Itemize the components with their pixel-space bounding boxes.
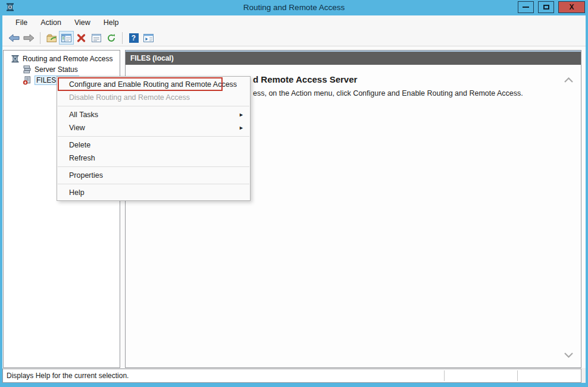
- maximize-button[interactable]: [538, 1, 554, 13]
- maximize-icon: [543, 5, 549, 10]
- context-menu-item-properties[interactable]: Properties: [57, 169, 250, 182]
- tree-item-server-status[interactable]: Server Status: [23, 64, 120, 75]
- details-pane-header: FILES (local): [126, 51, 581, 65]
- toolbar-separator: [122, 32, 123, 44]
- window-controls: X: [514, 1, 585, 13]
- menu-bar: File Action View Help: [2, 15, 586, 30]
- folder-export-icon: [46, 33, 57, 43]
- tree-root-label: Routing and Remote Access: [23, 55, 112, 63]
- help-icon: ?: [129, 33, 139, 43]
- submenu-arrow-icon: ►: [239, 108, 244, 121]
- close-button[interactable]: X: [558, 1, 585, 13]
- server-status-icon: [23, 65, 32, 74]
- window-title: Routing and Remote Access: [0, 3, 588, 12]
- delete-x-icon: [77, 34, 86, 42]
- properties-button[interactable]: [89, 31, 104, 45]
- status-bar: Displays Help for the current selection.: [2, 369, 581, 383]
- rras-console-window: { "colors": { "titlebar_blue": "#55b5e0"…: [0, 0, 588, 387]
- delete-button[interactable]: [74, 31, 89, 45]
- properties-icon: [92, 34, 101, 42]
- context-menu-item-disable-rras: Disable Routing and Remote Access: [57, 91, 250, 104]
- forward-icon: [23, 34, 35, 42]
- scroll-down-chevron-icon[interactable]: [564, 350, 574, 360]
- close-icon: X: [569, 3, 574, 11]
- forward-button[interactable]: [21, 31, 36, 45]
- show-hide-console-tree-button[interactable]: [59, 31, 74, 45]
- context-menu-item-all-tasks[interactable]: All Tasks ►: [57, 108, 250, 121]
- menu-file[interactable]: File: [9, 17, 34, 29]
- context-menu-item-view[interactable]: View ►: [57, 121, 250, 134]
- tree-item-label: Server Status: [35, 65, 78, 74]
- server-stopped-icon: [23, 76, 32, 85]
- context-menu-separator: [58, 184, 249, 184]
- context-menu-separator: [58, 136, 249, 137]
- rras-root-icon: [11, 55, 20, 63]
- menu-help[interactable]: Help: [97, 17, 126, 29]
- annotation-highlight-box: [58, 77, 223, 91]
- title-bar: Routing and Remote Access X: [0, 0, 588, 15]
- details-heading: d Remote Access Server: [253, 74, 357, 84]
- toolbar: ?: [2, 30, 586, 46]
- context-menu-item-refresh[interactable]: Refresh: [57, 152, 250, 165]
- console-tree-icon: [61, 34, 71, 42]
- action-pane-icon: [143, 34, 154, 42]
- show-hide-action-pane-button[interactable]: [141, 31, 156, 45]
- export-list-button[interactable]: [44, 31, 59, 45]
- status-bar-divider: [517, 370, 518, 381]
- tree-item-root[interactable]: Routing and Remote Access: [11, 54, 120, 64]
- status-bar-divider: [444, 370, 445, 381]
- menu-view[interactable]: View: [68, 17, 97, 29]
- toolbar-separator: [40, 32, 40, 44]
- context-menu-item-help[interactable]: Help: [57, 186, 250, 199]
- context-menu-item-delete[interactable]: Delete: [57, 139, 250, 152]
- context-menu-separator: [58, 106, 249, 106]
- minimize-icon: [523, 7, 529, 8]
- refresh-icon: [107, 33, 116, 43]
- details-body-text: ess, on the Action menu, click Configure…: [253, 89, 523, 97]
- submenu-arrow-icon: ►: [239, 121, 244, 134]
- back-icon: [8, 34, 20, 42]
- context-menu-separator: [58, 166, 249, 167]
- back-button[interactable]: [7, 31, 21, 45]
- status-text: Displays Help for the current selection.: [3, 372, 129, 380]
- help-button[interactable]: ?: [126, 31, 141, 45]
- refresh-button[interactable]: [104, 31, 118, 45]
- minimize-button[interactable]: [518, 1, 534, 13]
- context-menu: Configure and Enable Routing and Remote …: [57, 76, 251, 201]
- scroll-up-chevron-icon[interactable]: [564, 74, 574, 85]
- menu-action[interactable]: Action: [34, 17, 68, 29]
- details-pane-header-label: FILES (local): [130, 54, 174, 62]
